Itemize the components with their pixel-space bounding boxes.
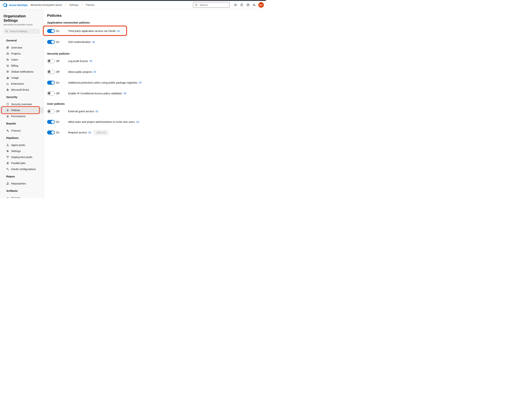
policy-label: SSH authentication [68,41,91,43]
tasklist-button[interactable] [232,2,239,8]
sidebar-item-global-notifications[interactable]: Global notifications [0,69,44,75]
link-icon[interactable] [117,30,120,32]
breadcrumb-policies[interactable]: Policies [86,3,94,6]
sidebar-item-process[interactable]: Process [0,128,44,134]
sidebar-item-label: Users [11,58,18,61]
brand-title[interactable]: Azure DevOps [9,3,28,6]
edit-url-button[interactable]: Edit Url [94,130,108,135]
link-icon[interactable] [92,41,95,43]
toggle-additional-protections[interactable] [47,81,55,85]
link-icon[interactable] [124,92,126,94]
sidebar-item-label: Policies [11,109,20,112]
sidebar-item-usage[interactable]: Usage [0,75,44,81]
policy-row-log-audit-events: Off Log Audit Events [47,56,266,66]
toggle-knob [48,110,50,113]
policy-label: Request access [68,131,87,134]
sidebar-item-agent-pools[interactable]: Agent pools [0,142,44,148]
global-search-input[interactable] [199,3,227,6]
sidebar-section-boards: Boards [6,122,44,125]
link-icon[interactable] [89,60,92,62]
process-gears-icon [6,129,9,132]
policy-label: Allow team and project administrators to… [68,120,135,123]
sidebar-item-deployment-pools[interactable]: Deployment pools [0,154,44,160]
toggle-ip-conditional-access[interactable] [47,91,55,95]
toggle-request-access[interactable] [47,130,55,134]
toggle-knob [48,70,50,73]
sidebar-item-label: OAuth configurations [11,168,36,171]
usage-chart-icon [6,76,9,79]
sidebar-item-label: Usage [11,76,19,79]
projects-icon [6,52,9,55]
sidebar-item-label: Permissions [11,115,26,118]
toggle-invite-new-users[interactable] [47,120,55,124]
storage-trend-icon [6,197,9,198]
sidebar-item-label: Process [11,129,21,132]
sidebar-subtitle: devsentry-ecosystem-azure [3,23,40,26]
link-icon[interactable] [136,121,139,123]
user-settings-button[interactable] [251,2,257,8]
toggle-state-label: Off [56,70,68,73]
breadcrumb-settings[interactable]: Settings [69,3,78,6]
sidebar-item-label: Projects [11,52,21,55]
sidebar-item-parallel-jobs[interactable]: Parallel jobs [0,160,44,166]
notifications-comment-icon [6,70,9,73]
security-policies-rows: Off Log Audit Events Off Allow public pr… [47,56,266,99]
sidebar-item-repositories[interactable]: Repositories [0,181,44,186]
application-connection-rows: On Third-party application access via OA… [47,26,266,47]
sidebar-item-storage[interactable]: Storage [0,195,44,198]
toggle-state-label: On [56,81,68,84]
sidebar-section-general: General [6,39,44,42]
avatar[interactable]: RJ [258,2,264,8]
sidebar-item-users[interactable]: Users [0,57,44,63]
link-icon[interactable] [88,132,91,134]
toggle-knob [51,41,54,43]
help-button[interactable] [245,2,251,8]
breadcrumb: devsentry-ecosystem-azure / Settings / P… [31,3,95,6]
sidebar-divider [0,36,44,36]
toggle-state-label: Off [56,60,68,63]
sidebar-item-permissions[interactable]: Permissions [0,113,44,119]
azure-devops-logo-icon[interactable] [3,3,7,7]
sidebar-item-billing[interactable]: Billing [0,63,44,69]
sidebar-item-pipeline-settings[interactable]: Settings [0,148,44,154]
sidebar-item-oauth-configurations[interactable]: OAuth configurations [0,166,44,172]
policy-label: Additional protections when using public… [68,81,137,84]
section-heading-application-connection: Application connection policies [47,21,266,24]
shield-icon [6,103,9,106]
sidebar-item-security-overview[interactable]: Security overview [0,101,44,107]
global-search-box[interactable] [193,2,229,8]
breadcrumb-organization[interactable]: devsentry-ecosystem-azure [31,3,62,6]
toggle-external-guest-access[interactable] [47,109,55,113]
toggle-log-audit-events[interactable] [47,59,55,63]
settings-search-input[interactable] [10,30,38,33]
settings-search-box[interactable] [3,29,40,34]
overview-icon [6,46,9,49]
sidebar-item-policies[interactable]: Policies [0,107,44,113]
policy-label: External guest access [68,110,94,113]
top-header: Azure DevOps devsentry-ecosystem-azure /… [0,1,266,9]
policy-row-external-guest-access: Off External guest access [47,106,266,116]
policy-label: Enable IP Conditional Access policy vali… [68,92,122,95]
toggle-third-party-oauth[interactable] [47,29,55,33]
sidebar-item-extensions[interactable]: Extensions [0,81,44,87]
link-icon[interactable] [95,111,98,112]
sidebar-item-projects[interactable]: Projects [0,51,44,57]
sidebar-item-label: Agent pools [11,144,25,146]
sidebar-item-overview[interactable]: Overview [0,45,44,51]
toggle-allow-public-projects[interactable] [47,70,55,74]
link-icon[interactable] [94,71,96,73]
policy-row-ssh-authentication: On SSH authentication [47,36,266,47]
marketplace-button[interactable] [239,2,245,8]
link-icon[interactable] [139,82,142,84]
toggle-state-label: On [56,41,68,43]
key-icon [6,168,9,171]
users-icon [6,58,9,61]
toggle-state-label: On [56,120,68,123]
repositories-icon [6,182,9,185]
sidebar-item-label: Extensions [11,82,24,85]
toggle-ssh-authentication[interactable] [47,40,55,44]
policy-label: Third-party application access via OAuth [68,29,116,33]
sidebar-item-microsoft-entra[interactable]: Microsoft Entra [0,87,44,93]
sidebar-section-repos: Repos [6,175,44,178]
sidebar-section-pipelines: Pipelines [6,136,44,140]
